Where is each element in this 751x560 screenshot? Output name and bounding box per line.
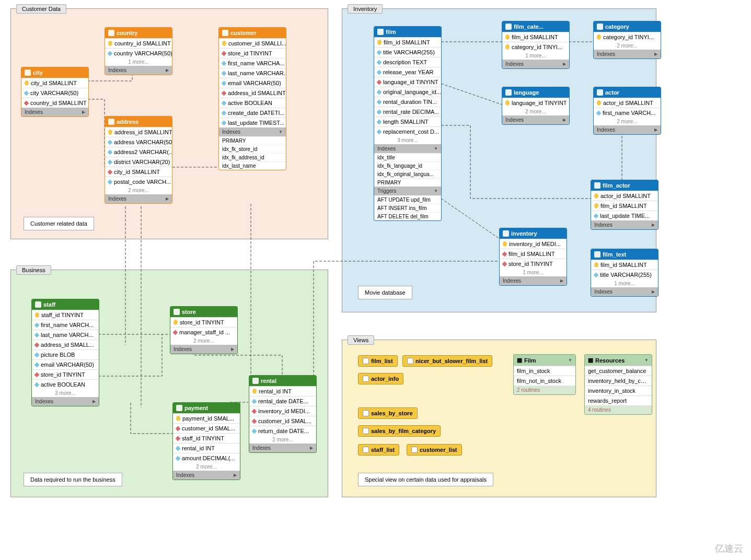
routine-row[interactable]: rewards_report: [585, 395, 652, 405]
column-row[interactable]: staff_id TINYINT: [173, 433, 240, 443]
more-indicator[interactable]: 3 more...: [32, 389, 99, 397]
section-indexes[interactable]: Indexes▶: [173, 471, 240, 480]
column-row[interactable]: rental_rate DECIMA...: [374, 107, 441, 116]
more-indicator[interactable]: 1 more...: [502, 52, 569, 60]
column-row[interactable]: last_update TIME...: [591, 211, 658, 220]
column-row[interactable]: last_update TIMEST...: [219, 118, 286, 127]
column-row[interactable]: payment_id SMAL...: [173, 413, 240, 423]
section-indexes[interactable]: Indexes▶: [32, 397, 99, 406]
section-indexes[interactable]: Indexes▶: [249, 444, 316, 452]
table-film_category[interactable]: film_cate...film_id SMALLINTcategory_id …: [502, 21, 570, 69]
table-payment[interactable]: paymentpayment_id SMAL...customer_id SMA…: [172, 402, 240, 480]
column-row[interactable]: language_id TINYINT: [502, 98, 569, 108]
section-indexes[interactable]: Indexes▶: [105, 194, 172, 203]
column-row[interactable]: last_name VARCHAR...: [219, 68, 286, 78]
column-row[interactable]: store_id TINYINT: [219, 48, 286, 58]
column-row[interactable]: last_name VARCH...: [32, 330, 99, 340]
table-header[interactable]: language: [502, 87, 569, 98]
view-film_list[interactable]: film_list: [358, 355, 398, 367]
table-category[interactable]: categorycategory_id TINYI...2 more...Ind…: [593, 21, 661, 59]
column-row[interactable]: address2 VARCHAR(...: [105, 147, 172, 157]
table-header[interactable]: film_actor: [591, 180, 658, 191]
column-row[interactable]: city_id SMALLINT: [105, 167, 172, 177]
more-indicator[interactable]: 2 more...: [249, 436, 316, 444]
more-indicator[interactable]: 2 more...: [173, 463, 240, 471]
column-row[interactable]: email VARCHAR(50): [32, 359, 99, 369]
column-row[interactable]: rental_duration TIN...: [374, 97, 441, 107]
section-indexes[interactable]: Indexes▶: [594, 50, 661, 59]
column-row[interactable]: rental_id INT: [173, 443, 240, 453]
more-indicator[interactable]: 1 more...: [500, 269, 567, 276]
column-row[interactable]: rental_date DATE...: [249, 396, 316, 406]
column-row[interactable]: country VARCHAR(50): [105, 48, 172, 58]
section-indexes[interactable]: Indexes▶: [594, 125, 661, 134]
table-customer[interactable]: customercustomer_id SMALLI...store_id TI…: [218, 27, 286, 170]
column-row[interactable]: postal_code VARCH...: [105, 177, 172, 186]
section-indexes[interactable]: Indexes▶: [170, 345, 237, 354]
index-row[interactable]: idx_fk_store_id: [219, 145, 286, 153]
index-row[interactable]: PRIMARY: [374, 178, 441, 186]
table-header[interactable]: customer: [219, 28, 286, 38]
table-address[interactable]: addressaddress_id SMALLINTaddress VARCHA…: [105, 116, 172, 204]
column-row[interactable]: store_id TINYINT: [500, 259, 567, 269]
column-row[interactable]: address_id SMALLINT: [105, 127, 172, 137]
more-indicator[interactable]: 1 more...: [591, 279, 658, 287]
column-row[interactable]: length SMALLINT: [374, 116, 441, 126]
column-row[interactable]: email VARCHAR(50): [219, 78, 286, 88]
column-row[interactable]: original_language_id...: [374, 87, 441, 97]
column-row[interactable]: address_id SMALLINT: [219, 88, 286, 98]
table-inventory_t[interactable]: inventoryinventory_id MEDI...film_id SMA…: [499, 228, 567, 286]
view-sales_by_film_category[interactable]: sales_by_film_category: [358, 425, 441, 437]
column-row[interactable]: active BOOLEAN: [219, 98, 286, 108]
column-row[interactable]: country_id SMALLINT: [105, 38, 172, 48]
column-row[interactable]: picture BLOB: [32, 349, 99, 359]
index-row[interactable]: AFT UPDATE upd_film: [374, 195, 441, 204]
section-indexes[interactable]: Indexes▼: [219, 127, 286, 136]
column-row[interactable]: customer_id SMALLI...: [219, 38, 286, 48]
section-indexes[interactable]: Indexes▶: [502, 60, 569, 68]
view-nicer_but_slower_film_list[interactable]: nicer_but_slower_film_list: [402, 355, 492, 367]
index-row[interactable]: idx_title: [374, 153, 441, 161]
column-row[interactable]: city_id SMALLINT: [21, 78, 88, 88]
view-customer_list[interactable]: customer_list: [407, 444, 462, 456]
column-row[interactable]: first_name VARCH...: [594, 108, 661, 118]
column-row[interactable]: store_id TINYINT: [32, 369, 99, 379]
column-row[interactable]: inventory_id MEDI...: [500, 239, 567, 249]
section-triggers[interactable]: Triggers▼: [374, 186, 441, 195]
table-header[interactable]: category: [594, 21, 661, 32]
section-indexes[interactable]: Indexes▶: [591, 220, 658, 229]
column-row[interactable]: film_id SMALLINT: [374, 37, 441, 47]
table-language[interactable]: languagelanguage_id TINYINT2 more...Inde…: [502, 87, 570, 125]
column-row[interactable]: district VARCHAR(20): [105, 157, 172, 167]
column-row[interactable]: city VARCHAR(50): [21, 88, 88, 98]
table-store[interactable]: storestore_id TINYINTmanager_staff_id ..…: [170, 306, 238, 354]
column-row[interactable]: title VARCHAR(255): [591, 270, 658, 279]
table-header[interactable]: country: [105, 28, 172, 38]
more-indicator[interactable]: 2 more...: [594, 42, 661, 50]
table-header[interactable]: film: [374, 27, 441, 37]
column-row[interactable]: title VARCHAR(255): [374, 47, 441, 57]
column-row[interactable]: create_date DATETI...: [219, 108, 286, 118]
column-row[interactable]: address_id SMALL...: [32, 340, 99, 349]
table-film_text[interactable]: film_textfilm_id SMALLINTtitle VARCHAR(2…: [591, 249, 658, 297]
more-indicator[interactable]: 2 more...: [594, 118, 661, 125]
column-row[interactable]: film_id SMALLINT: [591, 201, 658, 211]
routine-row[interactable]: film_in_stock: [514, 366, 575, 376]
section-indexes[interactable]: Indexes▶: [21, 108, 88, 116]
index-row[interactable]: idx_last_name: [219, 161, 286, 170]
table-rental[interactable]: rentalrental_id INTrental_date DATE...in…: [249, 375, 317, 453]
column-row[interactable]: address VARCHAR(50): [105, 137, 172, 147]
column-row[interactable]: description TEXT: [374, 57, 441, 67]
index-row[interactable]: idx_fk_original_langua...: [374, 170, 441, 178]
section-indexes[interactable]: Indexes▶: [105, 66, 172, 75]
column-row[interactable]: film_id SMALLINT: [502, 32, 569, 42]
column-row[interactable]: language_id TINYINT: [374, 77, 441, 87]
routine-box-film[interactable]: ▦Film▼ film_in_stock film_not_in_stock 2…: [513, 354, 576, 395]
more-indicator[interactable]: 1 more...: [105, 58, 172, 66]
table-country[interactable]: countrycountry_id SMALLINTcountry VARCHA…: [105, 27, 172, 75]
section-indexes[interactable]: Indexes▼: [374, 144, 441, 153]
table-header[interactable]: film_cate...: [502, 21, 569, 32]
index-row[interactable]: AFT DELETE del_film: [374, 212, 441, 220]
table-header[interactable]: store: [170, 307, 237, 317]
column-row[interactable]: staff_id TINYINT: [32, 310, 99, 320]
